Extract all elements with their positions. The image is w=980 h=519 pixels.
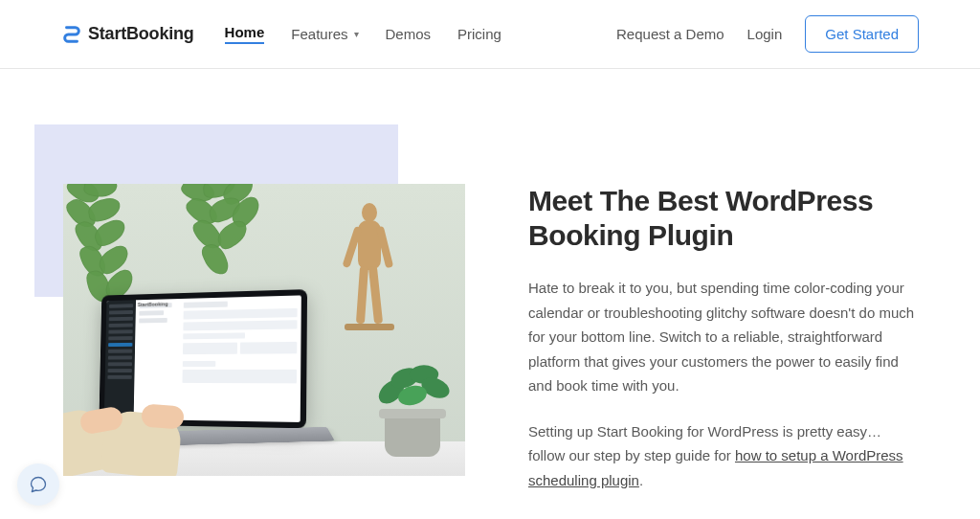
request-demo-link[interactable]: Request a Demo (616, 26, 724, 42)
get-started-button[interactable]: Get Started (805, 15, 919, 53)
hero-paragraph-3: More about our WordPress Booking Plugin (528, 513, 919, 519)
chevron-down-icon: ▾ (354, 29, 359, 39)
brand-name: StartBooking (88, 24, 194, 44)
wooden-mannequin (335, 203, 402, 356)
hero-illustration: StartBooking (34, 124, 475, 519)
brand-logo[interactable]: StartBooking (61, 24, 194, 45)
hero-paragraph-2: Setting up Start Booking for WordPress i… (528, 419, 919, 493)
hero-paragraph-1: Hate to break it to you, but spending ti… (528, 276, 919, 398)
hero-photo: StartBooking (63, 184, 465, 476)
hero-heading: Meet The Best WordPress Booking Plugin (528, 184, 919, 253)
nav-demos[interactable]: Demos (386, 26, 432, 42)
hero-p2-post: . (639, 472, 643, 488)
chat-widget-button[interactable] (17, 463, 59, 506)
screen-app-label: StartBooking (138, 301, 168, 307)
nav-pricing[interactable]: Pricing (457, 26, 501, 42)
header-right: Request a Demo Login Get Started (616, 15, 919, 53)
chat-icon (29, 475, 48, 494)
nav-home[interactable]: Home (225, 24, 265, 44)
hero-copy: Meet The Best WordPress Booking Plugin H… (528, 124, 919, 519)
hero-section: StartBooking (0, 69, 980, 519)
hands-typing (63, 390, 212, 476)
nav-features[interactable]: Features ▾ (291, 26, 358, 42)
primary-nav: Home Features ▾ Demos Pricing (225, 24, 501, 44)
nav-features-label: Features (291, 26, 347, 42)
brand-mark-icon (61, 24, 82, 45)
login-link[interactable]: Login (747, 26, 783, 42)
potted-plant (371, 365, 454, 457)
site-header: StartBooking Home Features ▾ Demos Prici… (0, 0, 980, 69)
